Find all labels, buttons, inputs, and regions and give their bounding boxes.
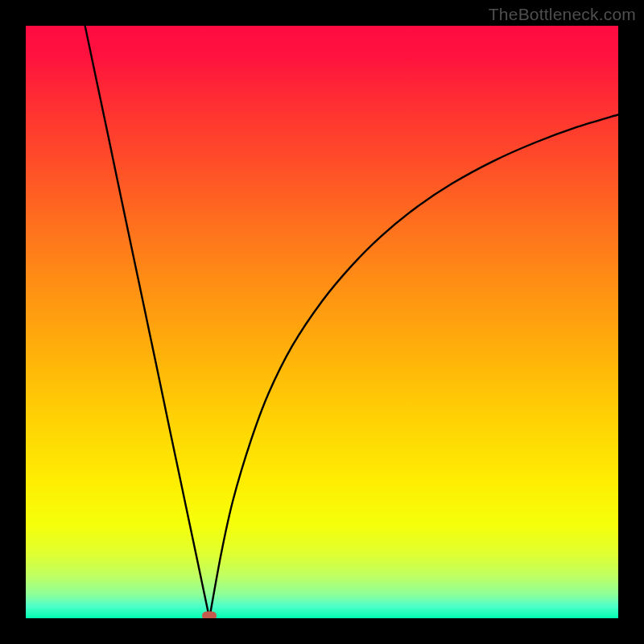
minimum-marker-icon <box>202 612 217 619</box>
chart-frame: TheBottleneck.com <box>0 0 644 644</box>
watermark-text: TheBottleneck.com <box>489 5 636 24</box>
plot-area <box>26 26 618 618</box>
bottleneck-curve <box>26 26 618 618</box>
